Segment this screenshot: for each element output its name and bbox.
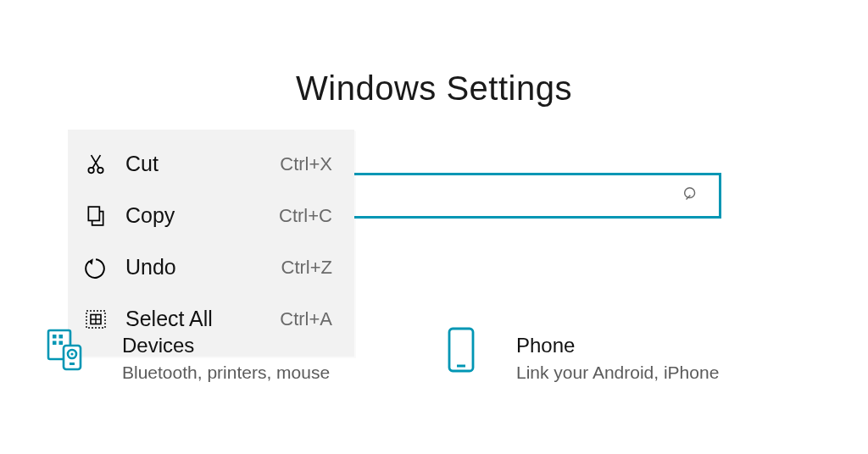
undo-icon — [83, 255, 108, 280]
context-menu-item-label: Cut — [125, 152, 280, 176]
tile-title: Phone — [516, 334, 719, 357]
svg-point-2 — [88, 167, 94, 173]
svg-rect-19 — [70, 363, 75, 365]
svg-rect-15 — [59, 341, 64, 346]
svg-rect-6 — [88, 207, 99, 220]
svg-point-18 — [70, 352, 73, 355]
context-menu-item-cut[interactable]: Cut Ctrl+X — [68, 138, 354, 190]
context-menu-item-shortcut: Ctrl+X — [280, 153, 332, 175]
svg-rect-14 — [53, 341, 57, 346]
search-icon — [682, 185, 700, 207]
context-menu-item-copy[interactable]: Copy Ctrl+C — [68, 190, 354, 241]
tile-devices[interactable]: Devices Bluetooth, printers, mouse — [41, 322, 435, 383]
page-title: Windows Settings — [0, 69, 868, 108]
tile-phone[interactable]: Phone Link your Android, iPhone — [435, 322, 829, 383]
devices-icon — [41, 322, 93, 383]
svg-line-4 — [92, 155, 100, 168]
tile-subtitle: Bluetooth, printers, mouse — [122, 363, 330, 383]
context-menu-item-label: Undo — [125, 255, 281, 280]
context-menu-item-label: Copy — [125, 203, 279, 228]
svg-rect-12 — [53, 335, 57, 339]
tile-subtitle: Link your Android, iPhone — [516, 363, 719, 383]
svg-point-3 — [97, 167, 103, 173]
svg-line-5 — [92, 155, 99, 168]
settings-tiles: Devices Bluetooth, printers, mouse Phone… — [41, 322, 829, 383]
context-menu-item-shortcut: Ctrl+C — [279, 205, 332, 227]
search-input[interactable] — [350, 173, 721, 219]
context-menu-item-shortcut: Ctrl+Z — [281, 257, 333, 279]
phone-icon — [435, 322, 487, 383]
cut-icon — [83, 152, 108, 177]
copy-icon — [83, 203, 108, 229]
tile-title: Devices — [122, 334, 330, 357]
context-menu-item-undo[interactable]: Undo Ctrl+Z — [68, 241, 354, 293]
svg-rect-13 — [59, 335, 64, 339]
